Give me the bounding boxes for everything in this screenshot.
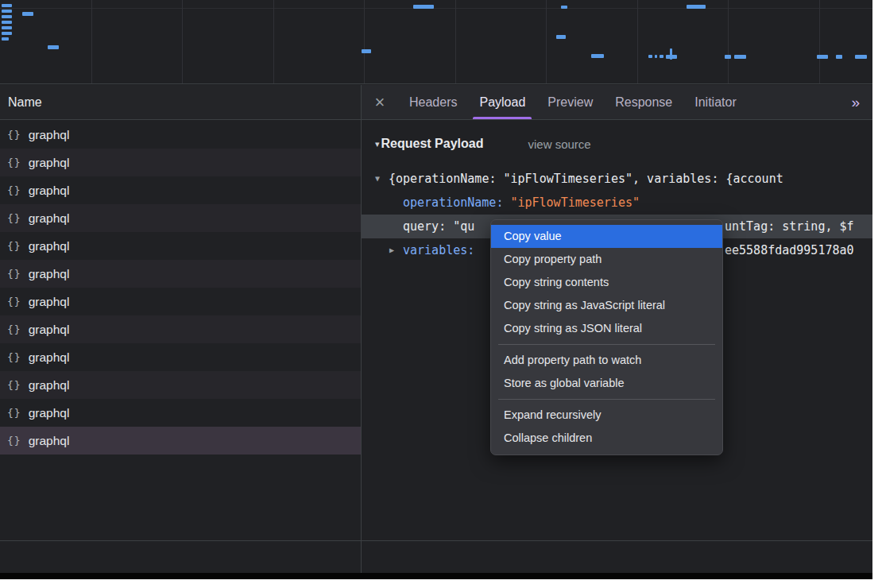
overview-top-gridline: [0, 8, 872, 9]
json-braces-icon: {}: [7, 157, 21, 168]
menu-item-copy-string-as-json-literal[interactable]: Copy string as JSON literal: [491, 317, 722, 340]
request-timing-bar: [2, 26, 12, 29]
json-braces-icon: {}: [7, 212, 21, 224]
request-name: graphql: [29, 239, 70, 253]
property-key: variables:: [403, 243, 474, 257]
overview-gridline: [364, 0, 365, 83]
view-source-link[interactable]: view source: [528, 137, 590, 151]
request-timing-bar: [22, 12, 33, 16]
request-row[interactable]: {}graphql: [0, 149, 361, 176]
request-name: graphql: [29, 156, 70, 170]
request-timing-bar: [413, 5, 434, 9]
tab-preview[interactable]: Preview: [536, 85, 604, 119]
request-timing-bar: [725, 55, 731, 59]
payload-root-row[interactable]: ▼ {operationName: "ipFlowTimeseries", va…: [362, 167, 872, 191]
json-braces-icon: {}: [7, 184, 21, 196]
tab-headers[interactable]: Headers: [398, 85, 468, 119]
menu-item-copy-property-path[interactable]: Copy property path: [491, 248, 722, 271]
request-row[interactable]: {}graphql: [0, 399, 361, 427]
menu-item-collapse-children[interactable]: Collapse children: [491, 427, 722, 450]
request-row[interactable]: {}graphql: [0, 176, 361, 204]
request-name: graphql: [29, 323, 70, 337]
expand-triangle-down-icon[interactable]: ▼: [375, 167, 380, 191]
request-timing-bar: [670, 48, 672, 60]
json-braces-icon: {}: [7, 379, 21, 391]
request-row[interactable]: {}graphql: [0, 427, 361, 455]
menu-item-store-as-global-variable[interactable]: Store as global variable: [491, 372, 722, 395]
overview-gridline: [819, 0, 820, 83]
name-column-label: Name: [8, 95, 42, 109]
tab-response[interactable]: Response: [604, 85, 683, 119]
tab-initiator[interactable]: Initiator: [683, 85, 747, 119]
network-overview-timeline[interactable]: [0, 0, 872, 84]
request-timing-bar: [2, 15, 12, 18]
request-timing-bar: [591, 54, 604, 58]
variables-text-right: ee5588fdad995178a0: [725, 238, 854, 262]
request-timing-bar: [2, 21, 12, 24]
tab-overflow-chevron-icon[interactable]: »: [838, 85, 872, 119]
request-timing-bar: [817, 55, 828, 59]
overview-gridline: [546, 0, 547, 83]
json-braces-icon: {}: [7, 351, 21, 363]
request-name: graphql: [29, 128, 70, 142]
menu-item-add-property-path-to-watch[interactable]: Add property path to watch: [491, 349, 722, 372]
json-braces-icon: {}: [7, 323, 21, 335]
request-row[interactable]: {}graphql: [0, 204, 361, 232]
payload-root-text: {operationName: "ipFlowTimeseries", vari…: [389, 172, 783, 186]
json-braces-icon: {}: [7, 407, 21, 419]
request-timing-bar: [561, 6, 567, 9]
request-timing-bar: [2, 10, 12, 13]
overview-gridline: [182, 0, 183, 83]
json-braces-icon: {}: [7, 268, 21, 280]
request-row[interactable]: {}graphql: [0, 260, 361, 288]
menu-item-expand-recursively[interactable]: Expand recursively: [491, 404, 722, 427]
request-name: graphql: [29, 184, 70, 198]
overview-gridline: [455, 0, 456, 83]
screenshot-root: Name × HeadersPayloadPreviewResponseInit…: [0, 0, 882, 588]
overview-gridline: [91, 0, 92, 83]
json-braces-icon: {}: [7, 435, 21, 447]
overview-gridline: [637, 0, 638, 83]
detail-tab-bar: × HeadersPayloadPreviewResponseInitiator…: [362, 85, 872, 120]
close-icon[interactable]: ×: [362, 85, 398, 119]
request-timing-bar: [655, 55, 657, 58]
property-string-value: "ipFlowTimeseries": [510, 195, 640, 210]
menu-separator: [498, 344, 715, 345]
request-timing-bar: [648, 55, 652, 58]
expand-triangle-right-icon[interactable]: ▶: [389, 238, 394, 262]
request-row[interactable]: {}graphql: [0, 288, 361, 315]
request-timing-bar: [2, 37, 9, 41]
footer-divider: [0, 540, 872, 541]
request-list: {}graphql{}graphql{}graphql{}graphql{}gr…: [0, 121, 361, 540]
request-row[interactable]: {}graphql: [0, 121, 361, 149]
request-row[interactable]: {}graphql: [0, 315, 361, 343]
section-collapse-icon[interactable]: ▾: [375, 139, 380, 149]
request-timing-bar: [2, 4, 12, 7]
payload-operationname-row[interactable]: operationName:"ipFlowTimeseries": [362, 191, 872, 215]
name-column-header[interactable]: Name: [0, 85, 361, 120]
request-timing-bar: [734, 55, 746, 59]
tab-strip: HeadersPayloadPreviewResponseInitiator: [398, 85, 748, 119]
menu-item-copy-string-as-javascript-literal[interactable]: Copy string as JavaScript literal: [491, 294, 722, 317]
request-timing-bar: [556, 35, 566, 39]
query-text-right: untTag: string, $f: [725, 215, 854, 238]
request-payload-title: Request Payload: [381, 137, 484, 151]
request-timing-bar: [48, 45, 59, 49]
request-timing-bar: [687, 5, 706, 9]
json-braces-icon: {}: [7, 240, 21, 252]
request-timing-bar: [2, 32, 12, 35]
property-key: operationName:: [403, 195, 503, 210]
overview-gridline: [273, 0, 274, 83]
menu-item-copy-value[interactable]: Copy value: [491, 225, 722, 248]
menu-separator: [498, 399, 715, 400]
devtools-window: Name × HeadersPayloadPreviewResponseInit…: [0, 0, 872, 579]
context-menu: Copy valueCopy property pathCopy string …: [490, 219, 723, 455]
tab-payload[interactable]: Payload: [468, 85, 536, 119]
request-row[interactable]: {}graphql: [0, 343, 361, 371]
request-name: graphql: [29, 378, 70, 393]
request-payload-section-header: ▾ Request Payload view source: [375, 133, 872, 154]
request-row[interactable]: {}graphql: [0, 232, 361, 260]
menu-item-copy-string-contents[interactable]: Copy string contents: [491, 271, 722, 294]
request-name: graphql: [29, 406, 70, 420]
request-row[interactable]: {}graphql: [0, 371, 361, 399]
